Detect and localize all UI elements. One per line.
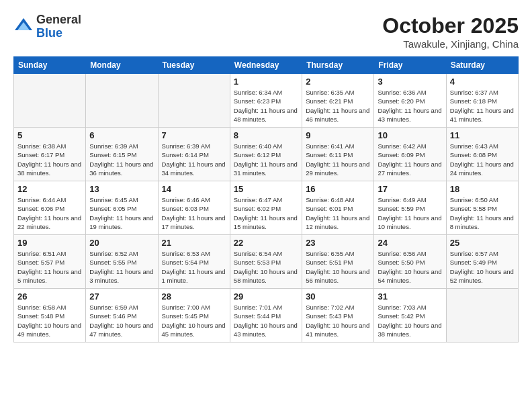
day-cell: 22Sunrise: 6:54 AMSunset: 5:53 PMDayligh… bbox=[230, 235, 302, 289]
day-number: 28 bbox=[162, 291, 226, 302]
day-info: Sunrise: 6:40 AMSunset: 6:12 PMDaylight:… bbox=[234, 142, 298, 177]
day-cell: 23Sunrise: 6:55 AMSunset: 5:51 PMDayligh… bbox=[302, 235, 374, 289]
day-cell bbox=[158, 74, 230, 128]
day-info: Sunrise: 7:00 AMSunset: 5:45 PMDaylight:… bbox=[162, 303, 226, 338]
weekday-header: Friday bbox=[374, 57, 446, 74]
day-cell: 12Sunrise: 6:44 AMSunset: 6:06 PMDayligh… bbox=[14, 181, 86, 235]
day-info: Sunrise: 6:41 AMSunset: 6:11 PMDaylight:… bbox=[306, 142, 370, 177]
day-cell: 30Sunrise: 7:02 AMSunset: 5:43 PMDayligh… bbox=[302, 289, 374, 342]
day-info: Sunrise: 6:45 AMSunset: 6:05 PMDaylight:… bbox=[89, 195, 154, 231]
day-info: Sunrise: 6:38 AMSunset: 6:17 PMDaylight:… bbox=[17, 142, 82, 177]
day-cell: 25Sunrise: 6:57 AMSunset: 5:49 PMDayligh… bbox=[446, 235, 518, 289]
day-info: Sunrise: 6:55 AMSunset: 5:51 PMDaylight:… bbox=[306, 249, 370, 285]
day-info: Sunrise: 6:53 AMSunset: 5:54 PMDaylight:… bbox=[162, 249, 226, 285]
day-info: Sunrise: 7:01 AMSunset: 5:44 PMDaylight:… bbox=[234, 303, 298, 338]
day-number: 4 bbox=[450, 77, 515, 87]
day-cell bbox=[446, 289, 518, 342]
day-cell: 11Sunrise: 6:43 AMSunset: 6:08 PMDayligh… bbox=[446, 128, 518, 181]
day-number: 5 bbox=[17, 130, 82, 140]
day-cell: 29Sunrise: 7:01 AMSunset: 5:44 PMDayligh… bbox=[230, 289, 302, 342]
day-info: Sunrise: 6:52 AMSunset: 5:55 PMDaylight:… bbox=[89, 249, 154, 285]
week-row: 19Sunrise: 6:51 AMSunset: 5:57 PMDayligh… bbox=[14, 235, 519, 289]
day-info: Sunrise: 6:58 AMSunset: 5:48 PMDaylight:… bbox=[17, 303, 82, 338]
day-info: Sunrise: 6:37 AMSunset: 6:18 PMDaylight:… bbox=[450, 88, 515, 124]
day-cell: 8Sunrise: 6:40 AMSunset: 6:12 PMDaylight… bbox=[230, 128, 302, 181]
day-number: 26 bbox=[17, 291, 82, 302]
logo-blue: Blue bbox=[36, 27, 81, 40]
day-cell: 1Sunrise: 6:34 AMSunset: 6:23 PMDaylight… bbox=[230, 74, 302, 128]
logo: General Blue bbox=[13, 13, 81, 40]
day-number: 31 bbox=[378, 291, 442, 302]
day-info: Sunrise: 6:43 AMSunset: 6:08 PMDaylight:… bbox=[450, 142, 515, 177]
day-number: 27 bbox=[89, 291, 154, 302]
day-number: 2 bbox=[306, 77, 370, 87]
day-info: Sunrise: 6:42 AMSunset: 6:09 PMDaylight:… bbox=[378, 142, 442, 177]
day-number: 6 bbox=[89, 130, 154, 140]
day-number: 11 bbox=[450, 130, 515, 140]
weekday-header: Tuesday bbox=[158, 57, 230, 74]
day-cell: 20Sunrise: 6:52 AMSunset: 5:55 PMDayligh… bbox=[86, 235, 158, 289]
day-number: 30 bbox=[306, 291, 370, 302]
day-number: 17 bbox=[378, 184, 442, 194]
day-info: Sunrise: 6:46 AMSunset: 6:03 PMDaylight:… bbox=[162, 195, 226, 231]
day-number: 1 bbox=[234, 77, 298, 87]
logo-icon bbox=[13, 17, 34, 37]
weekday-header: Monday bbox=[86, 57, 158, 74]
day-cell: 18Sunrise: 6:50 AMSunset: 5:58 PMDayligh… bbox=[446, 181, 518, 235]
logo-general: General bbox=[36, 13, 81, 27]
day-cell bbox=[86, 74, 158, 128]
day-cell: 26Sunrise: 6:58 AMSunset: 5:48 PMDayligh… bbox=[14, 289, 86, 342]
day-cell: 21Sunrise: 6:53 AMSunset: 5:54 PMDayligh… bbox=[158, 235, 230, 289]
day-info: Sunrise: 7:03 AMSunset: 5:42 PMDaylight:… bbox=[378, 303, 442, 338]
day-cell bbox=[14, 74, 86, 128]
day-cell: 9Sunrise: 6:41 AMSunset: 6:11 PMDaylight… bbox=[302, 128, 374, 181]
day-cell: 17Sunrise: 6:49 AMSunset: 5:59 PMDayligh… bbox=[374, 181, 446, 235]
day-info: Sunrise: 6:39 AMSunset: 6:15 PMDaylight:… bbox=[89, 142, 154, 177]
day-cell: 24Sunrise: 6:56 AMSunset: 5:50 PMDayligh… bbox=[374, 235, 446, 289]
weekday-header: Sunday bbox=[14, 57, 86, 74]
week-row: 12Sunrise: 6:44 AMSunset: 6:06 PMDayligh… bbox=[14, 181, 519, 235]
day-info: Sunrise: 6:51 AMSunset: 5:57 PMDaylight:… bbox=[17, 249, 82, 285]
day-number: 10 bbox=[378, 130, 442, 140]
day-cell: 13Sunrise: 6:45 AMSunset: 6:05 PMDayligh… bbox=[86, 181, 158, 235]
calendar: SundayMondayTuesdayWednesdayThursdayFrid… bbox=[13, 56, 519, 342]
day-info: Sunrise: 6:56 AMSunset: 5:50 PMDaylight:… bbox=[378, 249, 442, 285]
day-number: 13 bbox=[89, 184, 154, 194]
day-number: 24 bbox=[378, 238, 442, 248]
day-cell: 19Sunrise: 6:51 AMSunset: 5:57 PMDayligh… bbox=[14, 235, 86, 289]
day-number: 18 bbox=[450, 184, 515, 194]
day-cell: 7Sunrise: 6:39 AMSunset: 6:14 PMDaylight… bbox=[158, 128, 230, 181]
day-number: 8 bbox=[234, 130, 298, 140]
day-cell: 31Sunrise: 7:03 AMSunset: 5:42 PMDayligh… bbox=[374, 289, 446, 342]
week-row: 5Sunrise: 6:38 AMSunset: 6:17 PMDaylight… bbox=[14, 128, 519, 181]
day-number: 23 bbox=[306, 238, 370, 248]
day-cell: 28Sunrise: 7:00 AMSunset: 5:45 PMDayligh… bbox=[158, 289, 230, 342]
day-number: 14 bbox=[162, 184, 226, 194]
day-cell: 16Sunrise: 6:48 AMSunset: 6:01 PMDayligh… bbox=[302, 181, 374, 235]
day-number: 21 bbox=[162, 238, 226, 248]
week-row: 1Sunrise: 6:34 AMSunset: 6:23 PMDaylight… bbox=[14, 74, 519, 128]
day-cell: 15Sunrise: 6:47 AMSunset: 6:02 PMDayligh… bbox=[230, 181, 302, 235]
week-row: 26Sunrise: 6:58 AMSunset: 5:48 PMDayligh… bbox=[14, 289, 519, 342]
day-info: Sunrise: 6:54 AMSunset: 5:53 PMDaylight:… bbox=[234, 249, 298, 285]
day-info: Sunrise: 6:50 AMSunset: 5:58 PMDaylight:… bbox=[450, 195, 515, 231]
day-number: 19 bbox=[17, 238, 82, 248]
day-number: 20 bbox=[89, 238, 154, 248]
day-number: 3 bbox=[378, 77, 442, 87]
day-info: Sunrise: 6:48 AMSunset: 6:01 PMDaylight:… bbox=[306, 195, 370, 231]
day-number: 25 bbox=[450, 238, 515, 248]
day-info: Sunrise: 6:39 AMSunset: 6:14 PMDaylight:… bbox=[162, 142, 226, 177]
day-info: Sunrise: 6:36 AMSunset: 6:20 PMDaylight:… bbox=[378, 88, 442, 124]
day-number: 22 bbox=[234, 238, 298, 248]
location: Tawakule, Xinjiang, China bbox=[382, 38, 519, 50]
day-info: Sunrise: 6:34 AMSunset: 6:23 PMDaylight:… bbox=[234, 88, 298, 124]
weekday-header: Saturday bbox=[446, 57, 518, 74]
day-number: 7 bbox=[162, 130, 226, 140]
month-title: October 2025 bbox=[382, 13, 519, 38]
day-number: 9 bbox=[306, 130, 370, 140]
day-number: 12 bbox=[17, 184, 82, 194]
day-cell: 2Sunrise: 6:35 AMSunset: 6:21 PMDaylight… bbox=[302, 74, 374, 128]
day-info: Sunrise: 6:44 AMSunset: 6:06 PMDaylight:… bbox=[17, 195, 82, 231]
logo-text: General Blue bbox=[36, 13, 81, 40]
day-cell: 27Sunrise: 6:59 AMSunset: 5:46 PMDayligh… bbox=[86, 289, 158, 342]
